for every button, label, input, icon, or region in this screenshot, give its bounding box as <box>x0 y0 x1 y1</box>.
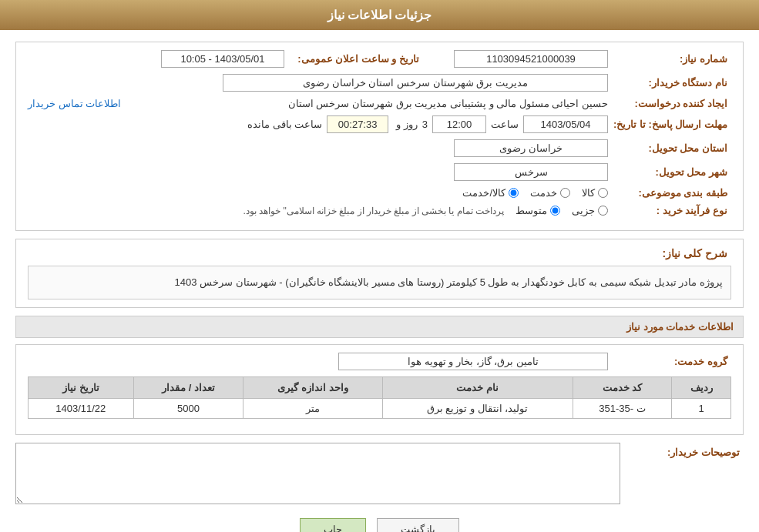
table-header-row: ردیف کد خدمت نام خدمت واحد اندازه گیری ت… <box>29 377 731 399</box>
page-title: جزئیات اطلاعات نیاز <box>327 8 432 22</box>
tabaqe-kala-label: کالا <box>582 187 595 199</box>
col-vahed: واحد اندازه گیری <box>243 377 382 399</box>
nam-dastgah-row: نام دستگاه خریدار: مدیریت برق شهرستان سر… <box>28 74 731 92</box>
noe-farayand-row: نوع فرآیند خرید : جزیی متوسط پرداخت تمام… <box>28 205 731 216</box>
date-announce-label: تاریخ و ساعت اعلان عمومی: <box>284 53 423 65</box>
noe-farayand-label: نوع فرآیند خرید : <box>608 205 731 216</box>
tabaqe-kala-item: کالا <box>582 187 608 199</box>
mohlat-rooz-value: 3 <box>422 119 428 130</box>
grohe-khadamat-row: گروه خدمت: تامین برق، گاز، بخار و تهویه … <box>28 353 731 370</box>
sharh-section: شرح کلی نیاز: پروژه مادر تبدیل شبکه سیمی… <box>15 239 744 308</box>
motevaset-radio[interactable] <box>550 206 560 216</box>
jozei-radio[interactable] <box>598 206 608 216</box>
mohlat-row: مهلت ارسال پاسخ: تا تاریخ: 1403/05/04 سا… <box>28 115 731 133</box>
back-button[interactable]: بازگشت <box>377 518 459 532</box>
jozei-item: جزیی <box>572 205 608 216</box>
ostan-row: استان محل تحویل: خراسان رضوی <box>28 139 731 157</box>
services-section: گروه خدمت: تامین برق، گاز، بخار و تهویه … <box>15 344 744 435</box>
ijad-konande-value: حسین احیائی مسئول مالی و پشتیبانی مدیریت… <box>127 98 608 109</box>
services-section-title: اطلاعات خدمات مورد نیاز <box>15 316 744 338</box>
services-table: ردیف کد خدمت نام خدمت واحد اندازه گیری ت… <box>28 376 731 419</box>
motevaset-label: متوسط <box>516 205 547 216</box>
shahr-row: شهر محل تحویل: سرخس <box>28 163 731 181</box>
tabaqe-khadamat-label: خدمت <box>530 187 557 199</box>
col-kod: کد خدمت <box>573 377 672 399</box>
page-header: جزئیات اطلاعات نیاز <box>0 0 759 30</box>
ostan-label: استان محل تحویل: <box>608 142 731 154</box>
ijad-konande-row: ایجاد کننده درخواست: حسین احیائی مسئول م… <box>28 98 731 109</box>
shomare-row: شماره نیاز: 1103094521000039 تاریخ و ساع… <box>28 50 731 68</box>
tosif-label: توصیحات خریدار: <box>620 443 744 458</box>
mohlat-saat: 12:00 <box>432 115 486 133</box>
sharh-value: پروژه مادر تبدیل شبکه سیمی به کابل خودنگ… <box>28 266 731 299</box>
date-announce-value: 1403/05/01 - 10:05 <box>161 50 284 68</box>
print-button[interactable]: چاپ <box>300 518 366 532</box>
ijad-konande-label: ایجاد کننده درخواست: <box>608 98 731 109</box>
tabaqe-kala-radio[interactable] <box>598 188 608 198</box>
main-form-section: شماره نیاز: 1103094521000039 تاریخ و ساع… <box>15 42 744 231</box>
ostan-value: خراسان رضوی <box>454 139 608 157</box>
tabaqe-kala-khadamat-item: کالا/خدمت <box>462 187 519 199</box>
motevaset-item: متوسط <box>516 205 560 216</box>
nam-dastgah-label: نام دستگاه خریدار: <box>608 77 731 89</box>
col-tarikh: تاریخ نیاز <box>29 377 134 399</box>
tabaqe-khadamat-item: خدمت <box>530 187 570 199</box>
shahr-label: شهر محل تحویل: <box>608 166 731 178</box>
mohlat-remaining-label: ساعت باقی مانده <box>247 119 322 130</box>
grohe-khadamat-label: گروه خدمت: <box>608 356 731 367</box>
mohlat-rooz-label: روز و <box>396 119 418 130</box>
mohlat-date: 1403/05/04 <box>523 115 608 133</box>
tabaqe-kala-khadamat-radio[interactable] <box>509 188 519 198</box>
col-radif: ردیف <box>672 377 731 399</box>
tabaqe-row: طبقه بندی موضوعی: کالا خدمت کالا/خدمت <box>28 187 731 199</box>
jozei-label: جزیی <box>572 205 595 216</box>
shahr-value: سرخس <box>454 163 608 181</box>
contact-info-link[interactable]: اطلاعات تماس خریدار <box>28 98 121 109</box>
col-tedad: تعداد / مقدار <box>133 377 243 399</box>
buyer-notes-section: توصیحات خریدار: <box>15 443 744 507</box>
buttons-row: بازگشت چاپ <box>15 518 744 532</box>
mohlat-timer: 00:27:33 <box>327 115 388 133</box>
col-nam: نام خدمت <box>382 377 573 399</box>
shomare-niaz-label: شماره نیاز: <box>608 53 731 65</box>
sharh-label: شرح کلی نیاز: <box>608 247 731 259</box>
tabaqe-kala-khadamat-label: کالا/خدمت <box>462 187 505 199</box>
noe-farayand-radio-group: جزیی متوسط <box>516 205 608 216</box>
mohlat-label: مهلت ارسال پاسخ: تا تاریخ: <box>608 119 731 130</box>
tabaqe-label: طبقه بندی موضوعی: <box>608 187 731 199</box>
shomare-niaz-value: 1103094521000039 <box>454 50 608 68</box>
sharh-title-row: شرح کلی نیاز: <box>28 247 731 259</box>
grohe-khadamat-value: تامین برق، گاز، بخار و تهویه هوا <box>338 353 608 370</box>
table-row: 1ت -35-351تولید، انتقال و توزیع برقمتر50… <box>29 399 731 419</box>
mohlat-saat-label: ساعت <box>491 119 519 130</box>
farayand-desc: پرداخت تمام یا بخشی از مبلغ خریدار از مب… <box>243 206 504 216</box>
nam-dastgah-value: مدیریت برق شهرستان سرخس استان خراسان رضو… <box>223 74 608 92</box>
tosif-textarea[interactable] <box>15 443 620 504</box>
tabaqe-khadamat-radio[interactable] <box>560 188 570 198</box>
tabaqe-radio-group: کالا خدمت کالا/خدمت <box>462 187 608 199</box>
tosif-content <box>15 443 620 507</box>
